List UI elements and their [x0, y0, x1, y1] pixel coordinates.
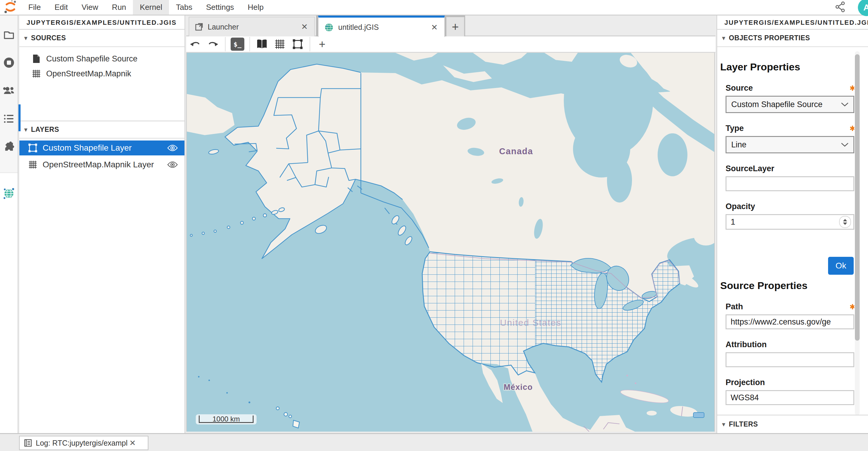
projection-label: Projection: [725, 378, 765, 387]
journal-icon: [24, 439, 32, 447]
caret-down-icon: ▾: [24, 34, 27, 42]
running-kernels-icon[interactable]: [0, 51, 18, 75]
menu-kernel[interactable]: Kernel: [133, 0, 169, 15]
sources-header-label: SOURCES: [31, 34, 66, 42]
visibility-eye-icon[interactable]: [167, 144, 178, 152]
undo-button[interactable]: [187, 37, 204, 51]
jupytergis-globe-icon[interactable]: [0, 187, 18, 200]
map-view[interactable]: United States: [186, 53, 715, 432]
chevron-down-icon: [841, 143, 849, 147]
opacity-label: Opacity: [725, 202, 755, 211]
layers-section-header[interactable]: ▾ LAYERS: [19, 121, 184, 139]
tab-untitled-jgis[interactable]: untitled.jGIS ✕: [318, 16, 445, 37]
step-up-icon[interactable]: [843, 219, 847, 221]
map-canvas[interactable]: United States: [187, 53, 715, 432]
left-activity-bar: [0, 16, 19, 433]
type-select[interactable]: Line: [725, 136, 854, 153]
number-stepper[interactable]: [839, 216, 851, 228]
layer-properties-heading: Layer Properties: [720, 61, 854, 73]
objects-properties-panel: JUPYTERGIS/EXAMPLES/UNTITLED.JGIS ▾ OBJE…: [716, 16, 868, 433]
tab-bar: Launcher ✕ untitled.jGIS ✕ +: [186, 16, 715, 36]
source-item-custom-shapefile[interactable]: Custom Shapefile Source: [19, 51, 184, 66]
tab-label: untitled.jGIS: [338, 23, 379, 32]
ok-button[interactable]: Ok: [828, 257, 854, 275]
add-tab-button[interactable]: +: [446, 17, 465, 36]
layer-row-label: Custom Shapefile Layer: [42, 143, 132, 153]
add-layer-button[interactable]: +: [314, 37, 331, 51]
jgis-globe-icon: [324, 22, 334, 32]
status-bar: Log: RTC:jupytergis/exampl ✕: [0, 433, 868, 451]
sourcelayer-field: SourceLayer: [725, 164, 854, 191]
active-sidebar-indicator: [19, 104, 21, 131]
layers-header-label: LAYERS: [31, 125, 59, 134]
close-icon[interactable]: ✕: [430, 23, 439, 32]
file-browser-icon[interactable]: [0, 23, 18, 47]
path-label: Path: [725, 302, 743, 311]
jgis-toolbar: $_: [186, 36, 715, 53]
source-select[interactable]: Custom Shapefile Source: [725, 96, 854, 113]
raster-grid-button[interactable]: [272, 37, 288, 51]
jupytergis-side-panel: JUPYTERGIS/EXAMPLES/UNTITLED.JGIS ▾ SOUR…: [19, 16, 185, 433]
right-panel-title: JUPYTERGIS/EXAMPLES/UNTITLED.JGIS: [717, 16, 868, 30]
user-avatar[interactable]: A: [858, 0, 868, 16]
filters-section-header[interactable]: ▾ FILTERS: [717, 415, 868, 433]
caret-down-icon: ▾: [722, 34, 725, 42]
grid-icon: [31, 69, 41, 78]
layer-row-openstreetmap[interactable]: OpenStreetMap.Mapnik Layer: [19, 157, 184, 172]
menu-view[interactable]: View: [75, 0, 105, 15]
required-asterisk: ✱: [849, 84, 854, 92]
menu-tabs[interactable]: Tabs: [169, 0, 199, 15]
required-asterisk: ✱: [849, 124, 854, 133]
opacity-field: Opacity 1: [725, 202, 854, 230]
sources-list: Custom Shapefile Source OpenStreetMap.Ma…: [19, 47, 184, 121]
layer-row-custom-shapefile[interactable]: Custom Shapefile Layer: [19, 140, 184, 156]
source-field: Source ✱ Custom Shapefile Source: [725, 84, 854, 113]
collaborators-icon[interactable]: [0, 79, 18, 103]
filters-label: FILTERS: [729, 420, 758, 428]
vector-square-button[interactable]: [289, 37, 306, 51]
layers-list: Custom Shapefile Layer OpenStreetMap.Map…: [19, 139, 184, 172]
required-asterisk: ✱: [849, 303, 854, 311]
menu-run[interactable]: Run: [105, 0, 133, 15]
source-label: Source: [725, 84, 753, 92]
redo-button[interactable]: [205, 37, 221, 51]
source-item-label: Custom Shapefile Source: [46, 54, 137, 63]
opacity-value: 1: [731, 217, 735, 227]
objects-properties-label: OBJECTS PROPERTIES: [729, 34, 810, 42]
path-input[interactable]: [725, 314, 854, 329]
scrollbar-thumb[interactable]: [855, 54, 860, 341]
sources-section-header[interactable]: ▾ SOURCES: [19, 30, 184, 47]
opacity-input[interactable]: 1: [725, 214, 854, 230]
step-down-icon[interactable]: [843, 223, 847, 225]
console-button[interactable]: $_: [229, 37, 246, 51]
tab-label: Launcher: [208, 23, 239, 31]
share-icon[interactable]: [835, 1, 846, 14]
log-console-tab[interactable]: Log: RTC:jupytergis/exampl ✕: [19, 436, 148, 450]
basemap-book-button[interactable]: [254, 37, 270, 51]
tab-launcher[interactable]: Launcher ✕: [189, 17, 315, 36]
chevron-down-icon: [841, 102, 849, 107]
left-panel-title: JUPYTERGIS/EXAMPLES/UNTITLED.JGIS: [19, 16, 184, 30]
map-scale-control: 1000 km: [196, 414, 256, 424]
close-icon[interactable]: ✕: [129, 439, 136, 448]
projection-input[interactable]: [725, 390, 854, 405]
menu-file[interactable]: File: [22, 0, 48, 15]
projection-field: Projection: [725, 378, 854, 405]
table-of-contents-icon[interactable]: [0, 107, 18, 131]
source-item-openstreetmap[interactable]: OpenStreetMap.Mapnik: [19, 66, 184, 81]
close-icon[interactable]: ✕: [300, 22, 309, 32]
attribution-input[interactable]: [725, 352, 854, 367]
menu-bar: File Edit View Run Kernel Tabs Settings …: [0, 0, 868, 16]
menu-settings[interactable]: Settings: [199, 0, 241, 15]
launcher-icon: [194, 22, 204, 31]
log-tab-label: Log: RTC:jupytergis/exampl: [36, 439, 127, 447]
extension-manager-icon[interactable]: [0, 135, 18, 159]
visibility-eye-icon[interactable]: [167, 161, 178, 169]
sourcelayer-input[interactable]: [725, 176, 854, 191]
menu-help[interactable]: Help: [241, 0, 270, 15]
source-item-label: OpenStreetMap.Mapnik: [46, 69, 131, 79]
toolbar-separator: [249, 37, 250, 51]
type-label: Type: [725, 124, 744, 133]
menu-edit[interactable]: Edit: [48, 0, 75, 15]
objects-properties-header[interactable]: ▾ OBJECTS PROPERTIES: [717, 30, 868, 47]
